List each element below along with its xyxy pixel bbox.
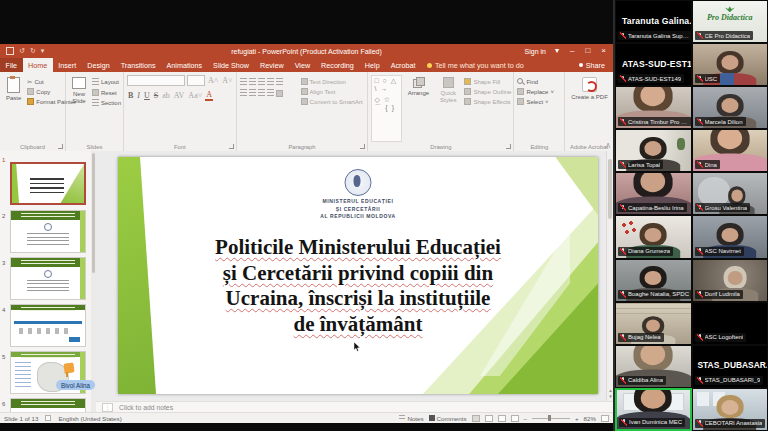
- shrink-font-icon[interactable]: A˅: [221, 76, 233, 85]
- notes-placeholder[interactable]: Click to add notes: [119, 404, 173, 411]
- change-case-icon[interactable]: Aa˅: [187, 91, 203, 100]
- grow-font-icon[interactable]: A˄: [207, 76, 219, 85]
- close-button[interactable]: ×: [599, 47, 608, 55]
- participant-tile[interactable]: Taranuta Galina... Taranuta Galina Super…: [615, 0, 692, 43]
- slide-thumbnail-3[interactable]: [10, 257, 86, 300]
- text-shadow-button[interactable]: ab: [161, 91, 171, 100]
- tab-insert[interactable]: Insert: [53, 58, 82, 72]
- tab-transitions[interactable]: Transitions: [115, 58, 161, 72]
- tab-file[interactable]: File: [0, 58, 23, 72]
- coauthor-cursor-flag-icon[interactable]: [62, 362, 75, 377]
- text-direction-button[interactable]: Text Direction: [301, 78, 363, 85]
- select-button[interactable]: Select ˅: [517, 98, 554, 105]
- participant-tile[interactable]: Dina: [692, 129, 768, 172]
- font-name-box[interactable]: [127, 75, 185, 86]
- participant-tile[interactable]: ASC Logofteni: [692, 302, 768, 345]
- character-spacing-icon[interactable]: AV: [173, 91, 186, 100]
- slideshow-button[interactable]: [511, 415, 519, 422]
- shape-effects-button[interactable]: Shape Effects: [464, 98, 511, 105]
- replace-button[interactable]: Replace ˅: [517, 88, 554, 95]
- slide-thumbnail-1[interactable]: [10, 162, 86, 205]
- align-left-icon[interactable]: [240, 89, 247, 97]
- participant-tile[interactable]: Marcela Dilion: [692, 86, 768, 129]
- quick-access-toolbar[interactable]: ↺↻▾: [0, 47, 50, 55]
- slide-sorter-view-button[interactable]: [485, 415, 493, 422]
- justify-icon[interactable]: [267, 89, 274, 97]
- bullets-icon[interactable]: [240, 78, 247, 86]
- font-color-button[interactable]: A: [205, 90, 213, 101]
- maximize-button[interactable]: □: [583, 47, 592, 55]
- participant-tile[interactable]: Cristina Timbur Pro Di...: [615, 86, 692, 129]
- participant-tile[interactable]: STAS_DUBASAR... STAS_DUBASARI_9: [692, 345, 768, 388]
- line-spacing-icon[interactable]: [276, 78, 283, 86]
- find-button[interactable]: Find: [517, 78, 554, 85]
- underline-button[interactable]: U: [143, 91, 151, 100]
- tab-animations[interactable]: Animations: [161, 58, 208, 72]
- font-dialog-launcher-icon[interactable]: [229, 144, 234, 149]
- font-size-box[interactable]: [187, 75, 205, 86]
- zoom-out-icon[interactable]: –: [524, 415, 527, 422]
- align-center-icon[interactable]: [249, 89, 256, 97]
- participant-tile[interactable]: Pro Didactica CE Pro Didactica: [692, 0, 768, 43]
- shapes-gallery-row2[interactable]: ◇ ☆ ⌒ { }: [374, 96, 398, 112]
- slide-thumbnail-2[interactable]: [10, 210, 86, 253]
- participant-tile[interactable]: Boaghe Natalia, SPDC: [615, 259, 692, 302]
- tab-acrobat[interactable]: Acrobat: [385, 58, 421, 72]
- numbering-icon[interactable]: [249, 78, 256, 86]
- normal-view-button[interactable]: [472, 415, 480, 422]
- redo-icon[interactable]: ↻: [30, 47, 36, 55]
- tab-slide-show[interactable]: Slide Show: [208, 58, 255, 72]
- tell-me-box[interactable]: Tell me what you want to do: [421, 58, 530, 72]
- shapes-gallery[interactable]: □ ○ △ \ →: [374, 77, 398, 93]
- participant-tile[interactable]: ASC Navirnet: [692, 215, 768, 258]
- tab-review[interactable]: Review: [255, 58, 290, 72]
- coauthor-presence-label[interactable]: Bivol Alina: [56, 380, 95, 390]
- tab-home[interactable]: Home: [23, 58, 53, 72]
- notes-splitter-icon[interactable]: ⋮: [102, 403, 113, 412]
- increase-indent-icon[interactable]: [267, 78, 274, 86]
- tab-recording[interactable]: Recording: [316, 58, 360, 72]
- participant-tile[interactable]: Dorif Ludmila: [692, 259, 768, 302]
- tab-view[interactable]: View: [289, 58, 315, 72]
- participant-tile[interactable]: Caldiba Alina: [615, 345, 692, 388]
- zoom-percent[interactable]: 82%: [584, 415, 596, 422]
- layout-button[interactable]: Layout: [92, 78, 121, 86]
- section-button[interactable]: Section: [92, 99, 121, 107]
- shape-fill-button[interactable]: Shape Fill: [464, 78, 511, 85]
- slide-thumbnail-6[interactable]: [10, 398, 86, 412]
- clipboard-dialog-launcher-icon[interactable]: [58, 144, 63, 149]
- undo-icon[interactable]: ↺: [19, 47, 25, 55]
- language-indicator[interactable]: English (United States): [58, 415, 121, 422]
- minimize-button[interactable]: –: [568, 47, 576, 55]
- participant-tile[interactable]: Diana Grumeza: [615, 215, 692, 258]
- convert-smartart-button[interactable]: Convert to SmartArt: [301, 98, 363, 105]
- save-icon[interactable]: [6, 47, 14, 55]
- participant-tile[interactable]: Capatina-Besliu Irina: [615, 172, 692, 215]
- ribbon-display-options-icon[interactable]: ▾: [553, 47, 561, 55]
- participant-tile[interactable]: CEBOTARI Anastasia: [692, 388, 768, 431]
- align-text-button[interactable]: Align Text: [301, 88, 363, 95]
- fit-slide-to-window-icon[interactable]: [601, 415, 609, 422]
- participant-tile-active-speaker[interactable]: Ivan Duminica MEC: [615, 388, 692, 431]
- participant-tile[interactable]: Larisa Topal: [615, 129, 692, 172]
- participant-tile[interactable]: USC: [692, 43, 768, 86]
- reset-button[interactable]: Reset: [92, 89, 121, 96]
- paste-button[interactable]: Paste: [3, 75, 24, 142]
- tab-help[interactable]: Help: [359, 58, 385, 72]
- participant-tile[interactable]: ATAS-SUD-EST1... ATAS-SUD-EST149: [615, 43, 692, 86]
- qat-dropdown-icon[interactable]: ▾: [41, 47, 45, 55]
- columns-icon[interactable]: [276, 90, 283, 97]
- slide-thumbnail-4[interactable]: [10, 304, 86, 347]
- shape-outline-button[interactable]: Shape Outline: [464, 88, 511, 95]
- align-right-icon[interactable]: [258, 89, 265, 97]
- zoom-slider-knob[interactable]: [548, 415, 551, 421]
- notes-toggle[interactable]: Notes: [399, 415, 423, 422]
- collapse-ribbon-icon[interactable]: ᐱ: [606, 142, 610, 149]
- participant-tile[interactable]: Bujag Nelea: [615, 302, 692, 345]
- zoom-in-icon[interactable]: +: [575, 415, 579, 422]
- sign-in-button[interactable]: Sign in: [525, 48, 546, 55]
- share-button[interactable]: Share: [571, 58, 613, 72]
- drawing-dialog-launcher-icon[interactable]: [506, 144, 511, 149]
- arrange-button[interactable]: Arrange: [405, 75, 432, 142]
- strikethrough-button[interactable]: S: [153, 91, 159, 100]
